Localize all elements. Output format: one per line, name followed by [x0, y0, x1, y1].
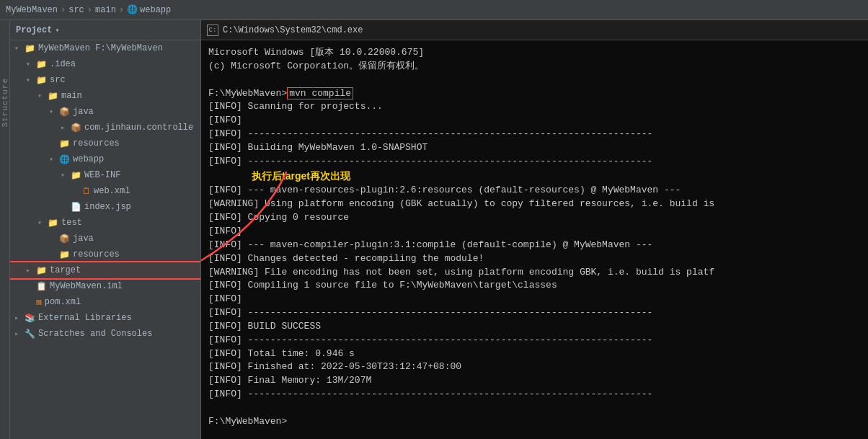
cmd-line-20: [INFO] BUILD SUCCESS: [208, 320, 861, 334]
breadcrumb-main[interactable]: main: [95, 5, 116, 15]
cmd-line-10: [INFO] --- maven-resources-plugin:2.6:re…: [208, 184, 861, 198]
cmd-line-14: [INFO] --- maven-compiler-plugin:3.1:com…: [208, 239, 861, 252]
cmd-line-6: [INFO] ---------------------------------…: [208, 128, 861, 141]
cmd-line-8: [INFO] ---------------------------------…: [208, 155, 861, 169]
tree-arrow-webinf: [61, 171, 71, 179]
tree-label-mywebmaveniml: MyWebMaven.iml: [50, 281, 200, 291]
iml-icon: 📋: [36, 281, 47, 292]
sidebar-item-java[interactable]: 📦java: [10, 104, 200, 120]
cmd-line-4: [INFO] Scanning for projects...: [208, 100, 861, 114]
xml-icon: 🗒: [82, 186, 91, 197]
sidebar-title: Project: [16, 25, 52, 35]
breadcrumb-sep2: ›: [87, 5, 92, 15]
tree-label-controller: com.jinhaun.controlle: [84, 123, 200, 133]
tree-label-webinf: WEB-INF: [84, 170, 200, 180]
tree-label-src: src: [50, 75, 200, 85]
tree-label-pomxml: pom.xml: [45, 297, 200, 307]
tree-label-mywebmaven-root: MyWebMaven F:\MyWebMaven: [38, 43, 200, 53]
sidebar-item-pomxml[interactable]: mpom.xml: [10, 294, 200, 310]
cmd-line-0: Microsoft Windows [版本 10.0.22000.675]: [208, 46, 861, 60]
project-icon: 📁: [25, 43, 35, 54]
tree-arrow-webapp: [49, 155, 59, 164]
sidebar-item-scratches[interactable]: 🔧Scratches and Consoles: [10, 326, 200, 342]
cmd-line-13: [INFO]: [208, 225, 861, 239]
cmd-content[interactable]: Microsoft Windows [版本 10.0.22000.675](c)…: [201, 40, 868, 439]
sidebar-item-webinf[interactable]: 📁WEB-INF: [10, 167, 200, 183]
tree-arrow-java: [49, 107, 59, 116]
external-icon: 📚: [25, 313, 35, 324]
sidebar-tree: 📁MyWebMaven F:\MyWebMaven📁.idea📁src📁main…: [10, 40, 200, 439]
sidebar-item-external[interactable]: 📚External Libraries: [10, 310, 200, 326]
cmd-line-12: [INFO] Copying 0 resource: [208, 211, 861, 225]
sidebar-item-test[interactable]: 📁test: [10, 215, 200, 231]
tree-label-test: test: [61, 218, 200, 228]
sidebar-item-resources[interactable]: 📁resources: [10, 136, 200, 151]
cmd-line-22: [INFO] Total time: 0.946 s: [208, 347, 861, 361]
sidebar-item-indexjsp[interactable]: 📄index.jsp: [10, 199, 200, 215]
sidebar-item-testjava[interactable]: 📦java: [10, 231, 200, 247]
cmd-line-11: [WARNING] Using platform encoding (GBK a…: [208, 198, 861, 211]
cmd-title: C:\Windows\System32\cmd.exe: [223, 25, 363, 35]
cmd-line-24: [INFO] Final Memory: 13M/207M: [208, 374, 861, 388]
tree-label-external: External Libraries: [38, 313, 200, 323]
cmd-line-25: [INFO] ---------------------------------…: [208, 388, 861, 402]
cmd-line-2: [208, 74, 861, 87]
java-icon: 📦: [59, 234, 70, 244]
scratches-icon: 🔧: [25, 329, 35, 340]
sidebar-item-idea[interactable]: 📁.idea: [10, 56, 200, 72]
tree-label-indexjsp: index.jsp: [84, 202, 200, 212]
cmd-line-16: [WARNING] File encoding has not been set…: [208, 266, 861, 280]
cmd-highlight-command: mvn compile: [287, 87, 353, 99]
sidebar-item-mywebmaven-root[interactable]: 📁MyWebMaven F:\MyWebMaven: [10, 40, 200, 56]
sidebar-item-src[interactable]: 📁src: [10, 72, 200, 88]
sidebar-item-testresources[interactable]: 📁resources: [10, 247, 200, 262]
sidebar-item-controller[interactable]: 📦com.jinhaun.controlle: [10, 120, 200, 136]
sidebar-item-webapp[interactable]: 🌐webapp: [10, 151, 200, 167]
cmd-line-9: 执行后target再次出现: [208, 169, 861, 185]
tree-label-webapp: webapp: [73, 154, 200, 164]
cmd-line-26: [208, 402, 861, 415]
cmd-line-3: F:\MyWebMaven>mvn compile: [208, 87, 861, 101]
jsp-icon: 📄: [71, 202, 81, 213]
tree-arrow-scratches: [14, 329, 25, 338]
cmd-titlebar: C: C:\Windows\System32\cmd.exe: [201, 20, 868, 40]
java-icon: 📦: [71, 123, 81, 133]
sidebar-header[interactable]: Project ▾: [10, 20, 200, 40]
tree-label-scratches: Scratches and Consoles: [38, 329, 200, 339]
cmd-line-21: [INFO] ---------------------------------…: [208, 334, 861, 347]
sidebar-item-main[interactable]: 📁main: [10, 88, 200, 104]
tree-label-target: target: [50, 265, 200, 275]
tree-label-java: java: [73, 107, 200, 117]
tree-arrow-target: [26, 266, 36, 275]
structure-tab[interactable]: Structure: [0, 20, 10, 439]
folder-src-icon: 📁: [36, 75, 47, 86]
cmd-line-18: [INFO]: [208, 293, 861, 306]
tree-label-idea: .idea: [50, 59, 200, 69]
sidebar-item-mywebmaveniml[interactable]: 📋MyWebMaven.iml: [10, 278, 200, 294]
breadcrumb-bar: MyWebMaven › src › main › 🌐 webapp: [0, 0, 868, 20]
folder-icon: 📁: [48, 91, 58, 102]
sidebar-dropdown-icon: ▾: [55, 26, 59, 35]
cmd-line-1: (c) Microsoft Corporation。保留所有权利。: [208, 60, 861, 74]
cmd-area: C: C:\Windows\System32\cmd.exe Microsoft…: [201, 20, 868, 439]
tree-label-webxml: web.xml: [94, 186, 200, 196]
tree-arrow-test: [37, 218, 48, 227]
resources-icon: 📁: [59, 249, 70, 260]
breadcrumb-webapp[interactable]: webapp: [140, 5, 171, 15]
cmd-line-23: [INFO] Finished at: 2022-05-30T23:12:47+…: [208, 360, 861, 374]
pom-icon: m: [36, 297, 42, 308]
sidebar-item-target[interactable]: 📁target: [10, 262, 200, 278]
webapp-icon: 🌐: [59, 154, 70, 165]
breadcrumb-src[interactable]: src: [68, 5, 84, 15]
breadcrumb-project[interactable]: MyWebMaven: [6, 5, 58, 15]
tree-label-testjava: java: [73, 234, 200, 244]
cmd-line-19: [INFO] ---------------------------------…: [208, 306, 861, 320]
sidebar-item-webxml[interactable]: 🗒web.xml: [10, 183, 200, 199]
tree-arrow-mywebmaven-root: [14, 44, 25, 53]
webinf-icon: 📁: [71, 170, 81, 181]
cmd-annotation-text: 执行后target再次出现: [252, 170, 350, 182]
tree-arrow-external: [14, 314, 25, 322]
structure-label: Structure: [1, 78, 9, 127]
breadcrumb-sep1: ›: [61, 5, 66, 15]
breadcrumb-sep3: ›: [119, 5, 124, 15]
